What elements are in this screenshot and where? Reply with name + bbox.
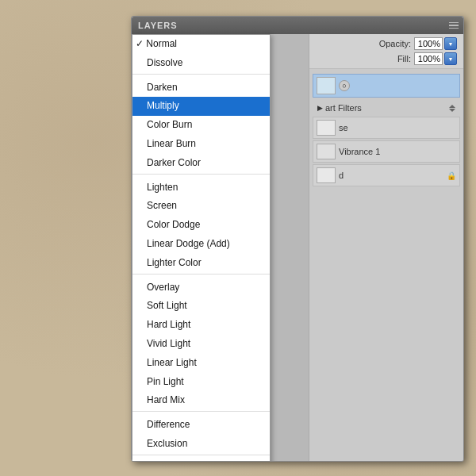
blend-mode-normal[interactable]: ✓ Normal (132, 35, 270, 54)
blend-mode-linearburn[interactable]: Linear Burn (132, 135, 270, 154)
fill-label: Fill: (397, 54, 411, 63)
blend-mode-overlay[interactable]: Overlay (132, 278, 270, 298)
opacity-label: Opacity: (379, 39, 411, 48)
layer-name: d (339, 171, 344, 180)
blend-mode-multiply[interactable]: Multiply (132, 97, 270, 116)
dropdown-separator (132, 274, 270, 278)
blend-mode-darkercolor[interactable]: Darker Color (132, 154, 270, 173)
panel-menu-button[interactable] (449, 22, 459, 29)
layer-item[interactable]: d 🔒 (313, 164, 460, 186)
blend-mode-hardlight[interactable]: Hard Light (132, 316, 270, 335)
blend-mode-difference[interactable]: Difference (132, 416, 270, 435)
layer-thumbnail (317, 120, 336, 136)
layer-thumbnail (317, 167, 336, 183)
right-panel: Opacity: 100% ▼ Fill: 100% ▼ ○ (309, 34, 463, 462)
dropdown-separator (132, 74, 270, 78)
blend-mode-exclusion[interactable]: Exclusion (132, 435, 270, 454)
blend-mode-colorburn[interactable]: Color Burn (132, 116, 270, 135)
blend-mode-darken[interactable]: Darken (132, 79, 270, 98)
smart-filters-row: ▶ art Filters (313, 99, 460, 117)
layer-visibility-icon[interactable]: ○ (339, 80, 350, 91)
fill-row: Fill: 100% ▼ (316, 52, 457, 65)
layer-item[interactable]: se (313, 117, 460, 139)
blend-mode-dropdown[interactable]: ✓ NormalDissolveDarkenMultiplyColor Burn… (132, 34, 271, 462)
lock-icon: 🔒 (447, 171, 456, 180)
panel-title: LAYERS (138, 21, 178, 30)
blend-mode-lightercolor[interactable]: Lighter Color (132, 254, 270, 273)
fill-value[interactable]: 100% (414, 52, 443, 65)
opacity-value[interactable]: 100% (414, 37, 443, 50)
blend-mode-lineardodge[interactable]: Linear Dodge (Add) (132, 235, 270, 254)
layer-item[interactable]: ○ (313, 74, 460, 98)
blend-mode-vividlight[interactable]: Vivid Light (132, 335, 270, 354)
blend-mode-softlight[interactable]: Soft Light (132, 297, 270, 316)
layer-thumbnail (317, 77, 336, 94)
layer-name: se (339, 123, 348, 132)
blend-mode-lighten[interactable]: Lighten (132, 178, 270, 198)
layer-item[interactable]: Vibrance 1 (313, 140, 460, 163)
fill-control: 100% ▼ (414, 52, 457, 65)
sort-arrows (449, 105, 455, 112)
layer-thumbnail (317, 144, 336, 159)
blend-mode-linearlight[interactable]: Linear Light (132, 354, 270, 373)
opacity-row: Opacity: 100% ▼ (316, 37, 457, 50)
layers-panel: LAYERS Opacity: 100% ▼ Fill: 100% ▼ (131, 16, 464, 462)
blend-mode-hardmix[interactable]: Hard Mix (132, 391, 270, 410)
dropdown-separator (132, 411, 270, 415)
blend-mode-dissolve[interactable]: Dissolve (132, 54, 270, 73)
blend-mode-colordodge[interactable]: Color Dodge (132, 216, 270, 235)
panel-header: LAYERS (132, 17, 463, 34)
opacity-control: 100% ▼ (414, 37, 457, 50)
dropdown-separator (132, 455, 270, 459)
smart-filters-label: art Filters (325, 103, 362, 113)
fill-dropdown-button[interactable]: ▼ (444, 52, 457, 65)
blend-mode-screen[interactable]: Screen (132, 197, 270, 216)
blend-mode-pinlight[interactable]: Pin Light (132, 373, 270, 392)
layers-list: ○ ▶ art Filters se Vibrance 1 (309, 69, 463, 193)
opacity-fill-controls: Opacity: 100% ▼ Fill: 100% ▼ (309, 34, 463, 69)
blend-mode-hue[interactable]: Hue (132, 459, 270, 462)
dropdown-separator (132, 174, 270, 178)
layer-name: Vibrance 1 (339, 147, 380, 156)
opacity-dropdown-button[interactable]: ▼ (444, 37, 457, 50)
